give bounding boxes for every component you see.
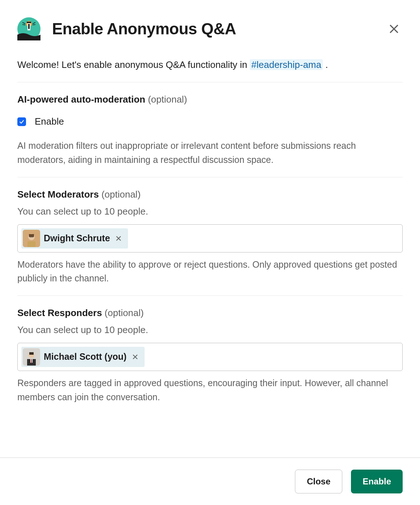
moderators-section: Select Moderators (optional) You can sel… — [17, 177, 403, 296]
svg-line-6 — [22, 25, 25, 25]
enable-checkbox-label: Enable — [35, 115, 64, 129]
responders-sub: You can select up to 10 people. — [17, 323, 403, 337]
moderators-optional: (optional) — [102, 189, 141, 200]
avatar — [23, 230, 40, 247]
ai-moderation-description: AI moderation filters out inappropriate … — [17, 139, 403, 167]
moderator-chip: Dwight Schrute — [21, 228, 128, 249]
modal-footer: Close Enable — [0, 457, 420, 505]
moderators-input[interactable]: Dwight Schrute — [17, 224, 403, 252]
channel-tag[interactable]: #leadership-ama — [250, 59, 323, 70]
remove-moderator-icon[interactable] — [113, 233, 124, 243]
responder-name: Michael Scott (you) — [44, 350, 127, 364]
svg-rect-3 — [27, 22, 31, 23]
enable-anonymous-qa-modal: Enable Anonymous Q&A Welcome! Let's enab… — [0, 0, 420, 414]
svg-rect-11 — [27, 241, 35, 247]
avatar — [23, 348, 40, 366]
moderators-sub: You can select up to 10 people. — [17, 204, 403, 219]
moderators-heading: Select Moderators (optional) — [17, 187, 403, 202]
responders-section: Select Responders (optional) You can sel… — [17, 296, 403, 414]
moderators-title: Select Moderators — [17, 189, 99, 200]
ai-moderation-checkbox-row: Enable — [17, 115, 403, 129]
moderators-description: Moderators have the ability to approve o… — [17, 258, 403, 286]
svg-rect-17 — [31, 359, 32, 363]
svg-rect-14 — [29, 352, 34, 355]
moderator-name: Dwight Schrute — [44, 232, 110, 245]
svg-rect-4 — [28, 24, 30, 29]
responders-description: Responders are tagged in approved questi… — [17, 376, 403, 404]
enable-checkbox[interactable] — [17, 117, 26, 126]
responder-chip: Michael Scott (you) — [21, 347, 145, 367]
close-icon[interactable] — [385, 20, 403, 38]
enable-button[interactable]: Enable — [351, 470, 403, 493]
app-icon — [17, 17, 40, 40]
intro-text: Welcome! Let's enable anonymous Q&A func… — [17, 58, 403, 72]
svg-line-8 — [33, 25, 35, 25]
responders-heading: Select Responders (optional) — [17, 306, 403, 320]
ai-moderation-heading: AI-powered auto-moderation (optional) — [17, 92, 403, 107]
svg-rect-12 — [30, 236, 33, 238]
modal-body: Welcome! Let's enable anonymous Q&A func… — [17, 58, 403, 414]
ai-moderation-title: AI-powered auto-moderation — [17, 94, 145, 105]
intro-post: . — [323, 59, 328, 70]
remove-responder-icon[interactable] — [130, 352, 140, 362]
responders-title: Select Responders — [17, 307, 102, 318]
responders-input[interactable]: Michael Scott (you) — [17, 343, 403, 371]
modal-title: Enable Anonymous Q&A — [52, 20, 236, 38]
ai-moderation-section: AI-powered auto-moderation (optional) En… — [17, 82, 403, 177]
ai-moderation-optional: (optional) — [148, 94, 187, 105]
close-button[interactable]: Close — [295, 470, 342, 493]
header-left: Enable Anonymous Q&A — [17, 17, 236, 40]
modal-header: Enable Anonymous Q&A — [17, 17, 403, 40]
responders-optional: (optional) — [104, 307, 143, 318]
intro-pre: Welcome! Let's enable anonymous Q&A func… — [17, 59, 250, 70]
